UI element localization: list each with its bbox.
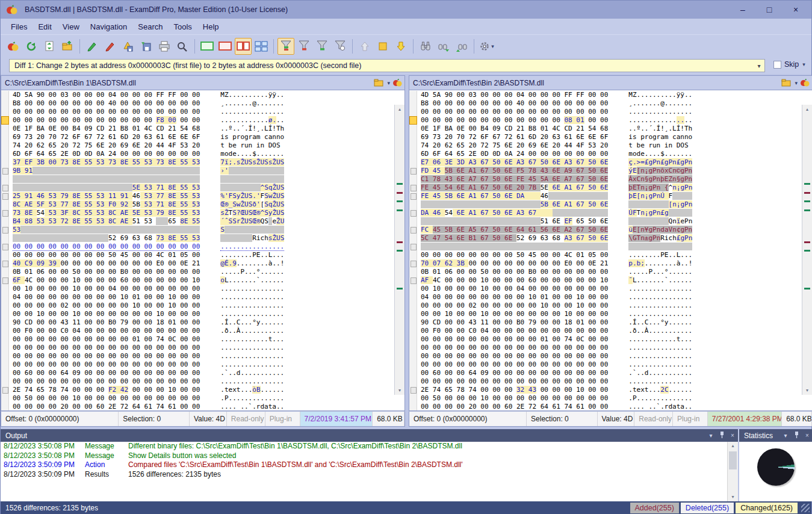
first-pane-scrollbar[interactable]: ▴▾ (394, 105, 404, 395)
hex-row[interactable] (409, 243, 802, 251)
hex-row[interactable]: C1 78 43 6E A7 67 50 6E FE 45 5A 6E A7 6… (409, 175, 802, 184)
open-file-icon[interactable] (781, 78, 792, 87)
compare-small-icon[interactable] (392, 78, 402, 87)
print-icon[interactable] (156, 38, 173, 55)
hex-row[interactable]: 00 60 00 00 64 09 00 00 00 00 00 00 00 0… (409, 369, 802, 377)
menu-view[interactable]: View (57, 20, 85, 34)
chevron-down-icon[interactable]: ▾ (387, 80, 390, 86)
hex-row[interactable]: 00 00 00 00 00 00 00 00 00 00 00 00 00 0… (409, 344, 802, 352)
first-hex-area[interactable]: 4D 5A 90 00 03 00 00 00 04 00 00 00 FF F… (1, 90, 405, 411)
scroll-up-icon[interactable]: ▴ (728, 442, 738, 450)
hex-row[interactable]: 00 00 00 00 00 00 00 00 00 00 00 00 00 0… (409, 352, 802, 361)
hex-row[interactable]: 00 00 00 00 00 00 00 00 00 00 00 00 08 0… (409, 116, 802, 125)
show-first-pane-icon[interactable] (199, 38, 215, 55)
hex-row[interactable]: 0E 1F BA 0E 00 B4 09 CD 21 B8 01 4C CD 2… (1, 125, 394, 133)
second-hex-area[interactable]: 4D 5A 90 00 03 00 00 00 04 00 00 00 FF F… (409, 90, 812, 411)
hex-row[interactable]: 00 00 10 00 00 10 00 00 00 00 00 00 10 0… (1, 310, 394, 318)
hex-row[interactable]: 8C AE 5F 53 77 8E 55 53 F0 92 5B 53 71 8… (1, 200, 394, 209)
second-pane-scrollbar[interactable]: ▴▾ (802, 105, 812, 395)
statistics-pin-icon[interactable] (791, 432, 802, 439)
find-next-icon[interactable] (435, 38, 452, 55)
hex-row[interactable]: B8 00 00 00 00 00 00 00 40 00 00 00 00 0… (1, 99, 394, 108)
hex-row[interactable]: 00 00 00 00 20 00 00 60 2E 72 64 61 74 6… (409, 403, 802, 411)
hex-row[interactable]: 00 F0 00 00 C0 04 00 00 00 00 00 00 00 0… (1, 327, 394, 335)
minimize-button[interactable]: – (730, 1, 756, 19)
hex-row[interactable]: 51 6E EF 65 50 6E QnïePn (409, 217, 802, 226)
hex-row[interactable]: 25 91 46 53 79 8E 55 53 11 91 46 53 77 8… (1, 192, 394, 200)
chevron-down-icon[interactable]: ▾ (795, 80, 798, 86)
menu-search[interactable]: Search (132, 20, 168, 34)
hex-row[interactable]: 69 73 20 70 72 6F 67 72 61 6D 20 63 61 6… (1, 133, 394, 141)
statistics-close-icon[interactable]: × (802, 432, 812, 439)
prev-diff-icon[interactable] (356, 38, 373, 55)
hex-row[interactable]: DA 46 54 6E A1 67 50 6E A3 67 ÚFTn¡gPn£g (409, 209, 802, 217)
hex-row[interactable]: 53 S (1, 226, 394, 234)
hex-row[interactable]: 00 00 00 00 00 00 00 00 00 00 00 00 00 0… (1, 361, 394, 369)
log-row[interactable]: 8/12/2023 3:50:08 PMMessageShow Details … (1, 451, 726, 461)
hex-row[interactable]: 00 00 00 00 02 00 00 00 00 00 10 00 00 1… (1, 302, 394, 310)
menu-files[interactable]: Files (5, 20, 33, 34)
compare-files-icon[interactable] (5, 38, 22, 55)
hex-row[interactable]: 37 EF 3B 00 73 8E 55 53 73 8E 55 53 73 8… (1, 158, 394, 167)
hex-row[interactable]: 00 00 00 00 00 00 00 00 00 00 00 00 00 0… (409, 108, 802, 116)
menu-navigation[interactable]: Navigation (85, 20, 132, 34)
next-diff-icon[interactable] (392, 38, 409, 55)
hex-row[interactable]: 00 00 00 00 00 00 00 00 00 00 00 00 F8 0… (1, 116, 394, 125)
hex-row[interactable]: 00 00 00 00 00 00 00 00 50 45 00 00 4C 0… (409, 251, 802, 259)
grid-view-icon[interactable] (253, 38, 270, 55)
hex-row[interactable]: 90 CD 00 00 43 11 00 00 B0 79 00 00 18 0… (409, 318, 802, 327)
split-view-icon[interactable] (235, 38, 252, 55)
output-pin-icon[interactable] (716, 432, 727, 439)
options-gear-icon[interactable]: ▾ (478, 38, 495, 55)
hex-row[interactable]: 00 00 00 00 00 00 00 00 00 00 00 00 00 0… (1, 352, 394, 361)
hex-row[interactable]: 00 00 00 00 00 00 00 00 00 00 00 00 00 0… (409, 361, 802, 369)
hex-row[interactable]: 73 8E 54 53 3F 8C 55 53 8C AE 5E 53 79 8… (1, 209, 394, 217)
show-deleted-icon[interactable] (296, 38, 312, 55)
hex-row[interactable]: 70 07 62 3B 00 00 00 00 00 00 00 00 E0 0… (409, 259, 802, 268)
chevron-down-icon[interactable]: ▾ (491, 43, 494, 49)
hex-row[interactable]: 00 00 00 00 00 00 00 00 00 00 00 00 00 0… (1, 243, 394, 251)
hex-row[interactable]: 00 10 00 00 00 10 00 00 04 00 00 00 00 0… (1, 285, 394, 293)
hex-row[interactable]: FC 45 5B 6E A5 67 50 6E 64 61 56 6E A2 6… (409, 226, 802, 234)
hex-row[interactable]: AF 4C 00 00 00 10 00 00 00 60 00 00 00 0… (409, 276, 802, 285)
hex-row[interactable]: 74 20 62 65 20 72 75 6E 20 69 6E 20 44 4… (1, 141, 394, 150)
hex-row[interactable]: 00 F0 00 00 C0 04 00 00 00 00 00 00 00 0… (409, 327, 802, 335)
scroll-down-icon[interactable]: ▾ (728, 493, 738, 501)
hex-row[interactable]: 00 00 00 00 20 00 00 60 2E 72 64 61 74 6… (1, 403, 394, 411)
hex-row[interactable]: 6D 6F 64 65 2E 0D 0D 0A 24 00 00 00 00 0… (409, 150, 802, 158)
hex-row[interactable]: 90 CD 00 00 43 11 00 00 B0 79 00 00 18 0… (1, 318, 394, 327)
hex-row[interactable]: B8 00 00 00 00 00 00 00 40 00 00 00 00 0… (409, 99, 802, 108)
hex-row[interactable]: 74 20 62 65 20 72 75 6E 20 69 6E 20 44 4… (409, 141, 802, 150)
hex-row[interactable]: 0E 1F BA 0E 00 B4 09 CD 21 B8 01 4C CD 2… (409, 125, 802, 133)
hex-row[interactable]: E7 06 3E 3D A3 67 50 6E A3 67 50 6E A3 6… (409, 158, 802, 167)
save-result-icon[interactable] (120, 38, 137, 55)
menu-help[interactable]: Help (197, 20, 225, 34)
close-button[interactable]: × (783, 1, 809, 19)
hex-row[interactable]: 00 50 00 00 00 10 00 00 00 00 00 00 00 0… (1, 394, 394, 403)
find-prev-icon[interactable] (453, 38, 470, 55)
hex-row[interactable]: 4D 5A 90 00 03 00 00 00 04 00 00 00 FF F… (409, 91, 802, 99)
log-row[interactable]: 8/12/2023 3:50:08 PMMessageDifferent bin… (1, 442, 726, 451)
hex-row[interactable]: FD 45 5B 6E A1 67 50 6E F5 78 43 6E A9 6… (409, 167, 802, 175)
hex-row[interactable]: 04 00 00 00 00 00 00 00 00 10 01 00 00 1… (1, 293, 394, 302)
hex-row[interactable]: 00 00 00 00 00 00 00 00 00 00 01 00 74 0… (1, 335, 394, 344)
hex-row[interactable]: 5B 6E A1 67 50 6E [n¡gPn (409, 200, 802, 209)
hex-row[interactable]: 00 00 00 00 00 00 00 00 50 45 00 00 4C 0… (1, 251, 394, 259)
output-menu-chevron-icon[interactable]: ▾ (705, 432, 716, 439)
compare-small-icon[interactable] (800, 78, 810, 87)
recompare-icon[interactable] (41, 38, 58, 55)
menu-edit[interactable]: Edit (33, 20, 57, 34)
hex-row[interactable]: 00 00 10 00 00 10 00 00 00 00 00 00 10 0… (409, 310, 802, 318)
statistics-menu-chevron-icon[interactable]: ▾ (780, 432, 791, 439)
hex-row[interactable]: 0B 01 06 00 00 50 00 00 00 B0 00 00 00 0… (1, 268, 394, 276)
hex-row[interactable]: 40 C9 09 39 00 00 00 00 00 00 00 00 E0 0… (1, 259, 394, 268)
scroll-down-icon[interactable]: ▾ (802, 386, 812, 395)
hex-row[interactable]: B4 88 53 53 72 8E 55 53 8C AE 51 53 65 8… (1, 217, 394, 226)
output-scrollbar[interactable]: ▴ ▾ (727, 442, 738, 501)
hex-row[interactable]: 00 00 00 00 00 00 00 00 00 00 00 00 00 0… (1, 377, 394, 386)
log-row[interactable]: 8/12/2023 3:50:09 PMResults1526 differen… (1, 470, 726, 480)
show-added-icon[interactable] (314, 38, 330, 55)
hex-row[interactable]: 2E 74 65 78 74 00 00 00 32 43 00 00 00 1… (409, 386, 802, 394)
hex-row[interactable]: 04 00 00 00 00 00 00 00 00 10 01 00 00 1… (409, 293, 802, 302)
menu-tools[interactable]: Tools (168, 20, 197, 34)
